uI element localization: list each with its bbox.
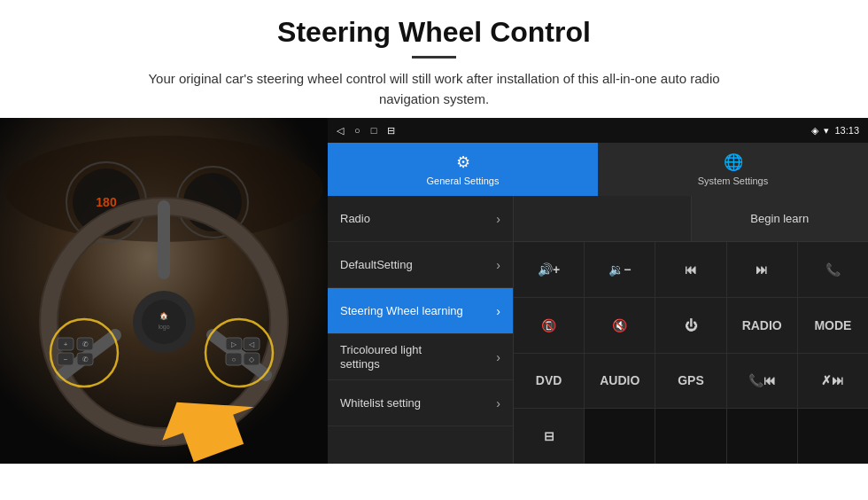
android-body: Radio › DefaultSetting › Steering Wheel …	[328, 196, 868, 464]
prev-track-button[interactable]: ⏮	[655, 242, 726, 297]
audio-button[interactable]: AUDIO	[585, 354, 655, 409]
prev-track-icon: ⏮	[685, 262, 697, 277]
controls-row-1: 🔊+ 🔉− ⏮ ⏭ 📞	[514, 242, 868, 298]
nav-recents-icon[interactable]: □	[371, 125, 377, 136]
menu-item-default-setting[interactable]: DefaultSetting ›	[328, 242, 513, 288]
menu-item-radio-arrow: ›	[496, 212, 500, 226]
svg-text:+: +	[64, 340, 68, 348]
svg-text:−: −	[64, 355, 68, 363]
controls-row-2: 📵 🔇 ⏻ RADIO MO	[514, 298, 868, 354]
svg-text:✆: ✆	[82, 355, 89, 363]
skip-next-button[interactable]: ✗⏭	[798, 354, 868, 409]
svg-text:◁: ◁	[249, 340, 255, 348]
vol-down-icon: 🔉−	[608, 262, 631, 277]
menu-item-steering-arrow: ›	[496, 304, 500, 318]
svg-text:logo: logo	[158, 324, 169, 331]
call-button[interactable]: 📞	[798, 242, 868, 297]
globe-icon: 🌐	[724, 152, 743, 172]
tab-system-label: System Settings	[698, 176, 768, 186]
menu-item-radio[interactable]: Radio ›	[328, 196, 513, 242]
call-icon: 📞	[825, 262, 841, 277]
wifi-icon: ◈	[811, 125, 818, 137]
mute-icon: 🔇	[612, 318, 627, 332]
radio-button[interactable]: RADIO	[727, 298, 798, 353]
time-display: 13:13	[834, 125, 859, 136]
menu-panel: Radio › DefaultSetting › Steering Wheel …	[328, 196, 514, 464]
page-subtitle: Your original car's steering wheel contr…	[124, 69, 744, 109]
status-bar-nav: ◁ ○ □ ⊟	[337, 125, 395, 137]
controls-row-3: DVD AUDIO GPS 📞⏮	[514, 354, 868, 410]
menu-item-whitelist[interactable]: Whitelist setting ›	[328, 380, 513, 426]
usb-button[interactable]: ⊟	[514, 409, 585, 464]
empty-slot-4	[798, 409, 868, 464]
menu-item-default-label: DefaultSetting	[340, 258, 413, 271]
empty-slot-1	[585, 409, 655, 464]
nav-menu-icon[interactable]: ⊟	[387, 125, 395, 137]
empty-slot-2	[655, 409, 726, 464]
menu-item-whitelist-arrow: ›	[496, 396, 500, 410]
next-track-icon: ⏭	[756, 262, 768, 277]
skip-next-icon: ✗⏭	[821, 373, 844, 387]
svg-text:◇: ◇	[249, 355, 255, 363]
menu-item-steering-wheel[interactable]: Steering Wheel learning ›	[328, 288, 513, 334]
hangup-button[interactable]: 📵	[514, 298, 585, 353]
mute-button[interactable]: 🔇	[585, 298, 655, 353]
controls-panel: Begin learn 🔊+ 🔉−	[514, 196, 868, 464]
gear-icon: ⚙	[456, 152, 470, 172]
call-prev-icon: 📞⏮	[748, 373, 776, 387]
menu-item-tricoloured-line2: settings	[340, 357, 422, 371]
svg-point-13	[142, 300, 186, 344]
menu-item-tricoloured[interactable]: Tricoloured light settings ›	[328, 334, 513, 380]
power-button[interactable]: ⏻	[655, 298, 726, 353]
menu-item-radio-label: Radio	[340, 212, 370, 225]
steering-wheel-image: 180 🏠 logo	[0, 118, 328, 464]
controls-top-row: Begin learn	[514, 196, 868, 242]
image-panel: 180 🏠 logo	[0, 118, 328, 464]
tab-general-settings[interactable]: ⚙ General Settings	[328, 143, 598, 196]
svg-text:180: 180	[96, 195, 117, 209]
gps-label: GPS	[678, 373, 704, 387]
call-prev-button[interactable]: 📞⏮	[727, 354, 798, 409]
dvd-label: DVD	[536, 373, 562, 387]
status-bar-info: ◈ ▾ 13:13	[811, 125, 859, 137]
status-bar: ◁ ○ □ ⊟ ◈ ▾ 13:13	[328, 118, 868, 143]
android-panel: ◁ ○ □ ⊟ ◈ ▾ 13:13 ⚙ General Settings	[328, 118, 868, 464]
begin-learn-button[interactable]: Begin learn	[692, 196, 869, 241]
svg-text:✆: ✆	[82, 340, 89, 348]
gps-button[interactable]: GPS	[655, 354, 726, 409]
vol-up-button[interactable]: 🔊+	[514, 242, 585, 297]
controls-grid: 🔊+ 🔉− ⏮ ⏭ 📞	[514, 242, 868, 464]
mode-button[interactable]: MODE	[798, 298, 868, 353]
controls-blank-area	[514, 196, 692, 241]
svg-text:▷: ▷	[231, 340, 237, 348]
tab-general-label: General Settings	[427, 176, 500, 186]
svg-text:🏠: 🏠	[159, 311, 168, 320]
mode-label: MODE	[814, 318, 851, 332]
nav-home-icon[interactable]: ○	[354, 125, 360, 136]
empty-slot-3	[727, 409, 798, 464]
svg-text:○: ○	[232, 355, 236, 363]
page-header: Steering Wheel Control Your original car…	[0, 0, 868, 118]
hangup-icon: 📵	[541, 318, 556, 332]
controls-row-4: ⊟	[514, 409, 868, 464]
dvd-button[interactable]: DVD	[514, 354, 585, 409]
tab-system-settings[interactable]: 🌐 System Settings	[598, 143, 868, 196]
page-wrapper: Steering Wheel Control Your original car…	[0, 0, 868, 464]
audio-label: AUDIO	[600, 373, 639, 387]
radio-label: RADIO	[742, 318, 782, 332]
vol-down-button[interactable]: 🔉−	[585, 242, 655, 297]
menu-item-tricoloured-arrow: ›	[496, 350, 500, 364]
menu-item-default-arrow: ›	[496, 258, 500, 272]
vol-up-icon: 🔊+	[538, 262, 560, 277]
menu-item-tricoloured-text: Tricoloured light settings	[340, 343, 422, 371]
menu-item-whitelist-label: Whitelist setting	[340, 396, 421, 410]
usb-icon: ⊟	[544, 429, 554, 443]
menu-item-steering-label: Steering Wheel learning	[340, 304, 463, 317]
nav-back-icon[interactable]: ◁	[337, 125, 344, 137]
power-icon: ⏻	[685, 318, 697, 332]
page-title: Steering Wheel Control	[35, 16, 833, 49]
next-track-button[interactable]: ⏭	[727, 242, 798, 297]
signal-icon: ▾	[824, 125, 829, 137]
main-content: 180 🏠 logo	[0, 118, 868, 464]
title-divider	[412, 56, 456, 59]
